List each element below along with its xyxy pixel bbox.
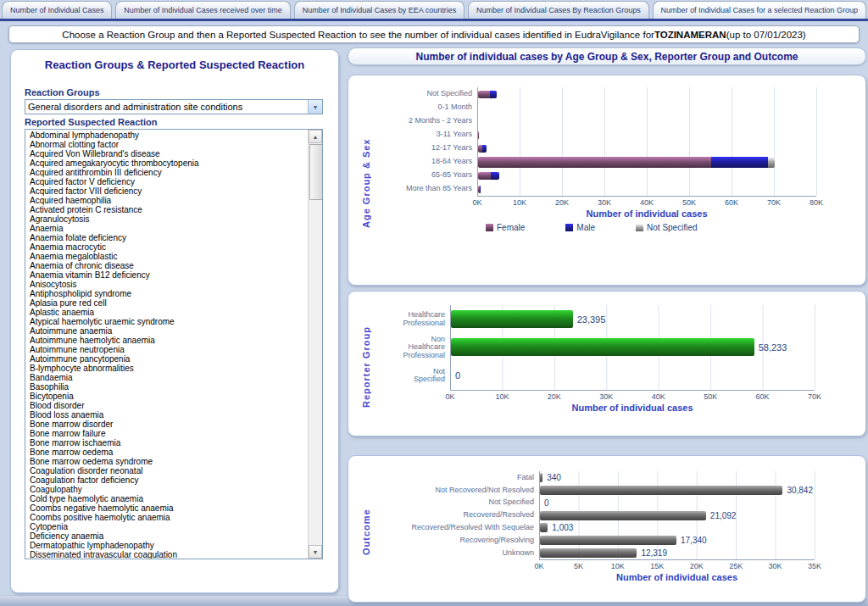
reaction-option[interactable]: Autoimmune pancytopenia — [26, 354, 307, 364]
listbox-scrollbar[interactable]: ▲ ▼ — [308, 130, 322, 559]
reaction-option[interactable]: Basophilia — [26, 382, 307, 392]
reaction-option[interactable]: Abdominal lymphadenopathy — [26, 131, 307, 140]
reaction-option[interactable]: Acquired haemophilia — [26, 196, 307, 205]
reaction-option[interactable]: Dermatopathic lymphadenopathy — [26, 541, 307, 550]
x-axis-title: Number of individual cases — [539, 572, 815, 582]
reaction-option[interactable]: Autoimmune haemolytic anaemia — [26, 336, 307, 345]
reaction-groups-label: Reaction Groups — [25, 87, 100, 97]
reaction-option[interactable]: Deficiency anaemia — [26, 531, 307, 541]
bar-segment-female[interactable] — [478, 91, 490, 98]
tab-number-of-individual-cases-by-eea-countries[interactable]: Number of Individual Cases by EEA countr… — [294, 1, 465, 19]
bar-recovered-resolved-with-sequelae[interactable] — [540, 523, 548, 532]
reaction-option[interactable]: Bone marrow oedema syndrome — [26, 457, 307, 466]
scroll-up-icon[interactable]: ▲ — [309, 130, 322, 143]
reaction-option[interactable]: Anaemia vitamin B12 deficiency — [26, 270, 307, 280]
bar-segment-male[interactable] — [479, 131, 480, 139]
reaction-option[interactable]: Coagulopathy — [26, 485, 307, 494]
axis-tick-label: 60K — [725, 198, 738, 207]
category-label: Not Specified — [374, 368, 450, 384]
bar-track: 340 — [539, 471, 815, 484]
category-label: 0-1 Month — [374, 103, 477, 112]
bar-recovered-resolved[interactable] — [540, 511, 706, 520]
reaction-option[interactable]: Autoimmune anaemia — [26, 326, 307, 336]
reaction-option[interactable]: Anaemia of chronic disease — [26, 261, 307, 270]
reaction-option[interactable]: Atypical haemolytic uraemic syndrome — [26, 317, 307, 326]
bar-segment-male[interactable] — [490, 91, 497, 98]
reaction-selection-panel: Reaction Groups & Reported Suspected Rea… — [10, 49, 339, 593]
reaction-option[interactable]: Autoimmune neutropenia — [26, 345, 307, 354]
reaction-option[interactable]: Acquired antithrombin III deficiency — [26, 168, 307, 177]
reaction-option[interactable]: Disseminated intravascular coagulation — [26, 550, 307, 559]
bar-segment-male[interactable] — [480, 186, 481, 193]
reaction-option[interactable]: Abnormal clotting factor — [26, 140, 307, 149]
reaction-option[interactable]: Aplastic anaemia — [26, 308, 307, 317]
age-group-sex-chart-panel: Age Group & Sex Not Specified0-1 Month2 … — [348, 75, 866, 286]
bar-track: 0 — [539, 497, 815, 509]
reaction-option[interactable]: Coagulation disorder neonatal — [26, 466, 307, 475]
chart-row-not-recovered-not-resolved: Not Recovered/Not Resolved30,842 — [374, 484, 857, 497]
reaction-option[interactable]: Acquired factor VIII deficiency — [26, 186, 307, 196]
reaction-option[interactable]: Anaemia megaloblastic — [26, 252, 307, 261]
bar-healthcare-professional[interactable] — [451, 310, 573, 328]
reaction-option[interactable]: B-lymphocyte abnormalities — [26, 364, 307, 373]
reaction-listbox[interactable]: Abdominal lymphadenopathyAbnormal clotti… — [25, 129, 323, 559]
bar-segment-female[interactable] — [478, 172, 491, 180]
reaction-option[interactable]: Anaemia folate deficiency — [26, 233, 307, 242]
reaction-option[interactable]: Agranulocytosis — [26, 214, 307, 224]
bar-not-recovered-not-resolved[interactable] — [540, 486, 782, 495]
category-label: Not Specified — [374, 90, 477, 98]
reaction-option[interactable]: Blood disorder — [26, 401, 307, 410]
reaction-option[interactable]: Aplasia pure red cell — [26, 298, 307, 308]
reaction-option[interactable]: Cold type haemolytic anaemia — [26, 494, 307, 503]
category-label: Unknown — [374, 549, 539, 558]
tab-number-of-individual-cases[interactable]: Number of Individual Cases — [2, 1, 112, 19]
reaction-option[interactable]: Acquired Von Willebrand's disease — [26, 149, 307, 158]
axis-tick-label: 70K — [767, 198, 781, 207]
dropdown-arrow-icon[interactable]: ▼ — [308, 100, 322, 114]
reaction-option[interactable]: Acquired factor V deficiency — [26, 177, 307, 186]
reaction-option[interactable]: Anaemia macrocytic — [26, 242, 307, 252]
bar-value-label: 30,842 — [787, 486, 813, 495]
reaction-option[interactable]: Blood loss anaemia — [26, 410, 307, 420]
bar-segment-male[interactable] — [711, 157, 768, 168]
reaction-option[interactable]: Antiphospholipid syndrome — [26, 289, 307, 298]
x-axis-ticks: 0K10K20K30K40K50K60K70K80K — [477, 196, 816, 208]
reaction-option[interactable]: Bone marrow disorder — [26, 420, 307, 429]
reaction-option[interactable]: Bone marrow ischaemia — [26, 438, 307, 448]
bar-unknown[interactable] — [540, 548, 637, 558]
reaction-option[interactable]: Activated protein C resistance — [26, 205, 307, 214]
tab-number-of-individual-cases-by-reaction-groups[interactable]: Number of Individual Cases By Reaction G… — [468, 1, 648, 19]
bar-segment-not-specified[interactable] — [768, 157, 775, 168]
chart-row-0-1-month: 0-1 Month — [374, 101, 857, 114]
x-axis-ticks: 0K5K10K15K20K25K30K35K — [539, 559, 815, 571]
reaction-option[interactable]: Coombs negative haemolytic anaemia — [26, 503, 307, 513]
chart-plot: Not Specified0-1 Month2 Months - 2 Years… — [374, 87, 857, 196]
reaction-groups-select[interactable]: General disorders and administration sit… — [25, 99, 323, 114]
bar-segment-male[interactable] — [491, 172, 499, 180]
y-axis-title: Outcome — [359, 463, 374, 602]
axis-tick-label: 70K — [808, 392, 821, 401]
reaction-option[interactable]: Coagulation factor deficiency — [26, 475, 307, 485]
reaction-option[interactable]: Bone marrow failure — [26, 429, 307, 438]
reaction-option[interactable]: Anaemia — [26, 224, 307, 233]
reaction-option[interactable]: Coombs positive haemolytic anaemia — [26, 513, 307, 522]
bar-segment-male[interactable] — [482, 145, 487, 153]
reaction-option[interactable]: Acquired amegakaryocytic thrombocytopeni… — [26, 158, 307, 168]
bar-segment-female[interactable] — [478, 145, 482, 153]
tab-number-of-individual-cases-received-over-time[interactable]: Number of Individual Cases received over… — [115, 1, 290, 19]
reaction-option[interactable]: Bandaemia — [26, 373, 307, 382]
bar-segment-female[interactable] — [478, 157, 711, 168]
reaction-option[interactable]: Cytopenia — [26, 522, 307, 531]
reaction-option[interactable]: Bicytopenia — [26, 392, 307, 401]
chart-row-18-64-years: 18-64 Years — [374, 155, 857, 169]
reaction-option[interactable]: Bone marrow oedema — [26, 448, 307, 457]
scroll-down-icon[interactable]: ▼ — [309, 545, 322, 559]
scrollbar-thumb[interactable] — [309, 144, 323, 200]
chart-row-2-months-2-years: 2 Months - 2 Years — [374, 114, 857, 128]
bar-fatal[interactable] — [540, 473, 542, 482]
tab-number-of-individual-cases-for-a-selected-reaction-group[interactable]: Number of Individual Cases for a selecte… — [653, 1, 866, 19]
bar-non-healthcare-professional[interactable] — [451, 338, 754, 356]
reaction-list: Abdominal lymphadenopathyAbnormal clotti… — [26, 131, 307, 559]
reaction-option[interactable]: Anisocytosis — [26, 280, 307, 289]
bar-recovering-resolving[interactable] — [540, 536, 676, 545]
